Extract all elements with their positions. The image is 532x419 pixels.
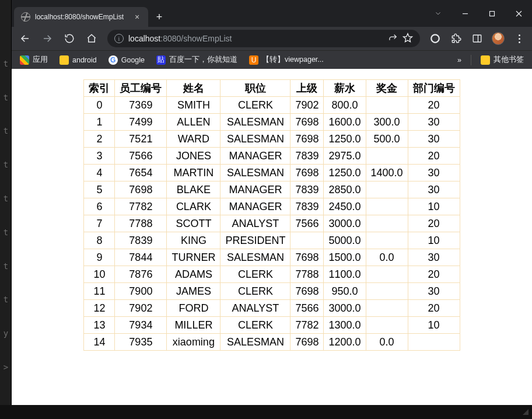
kebab-icon xyxy=(519,34,520,43)
table-cell: 7839 xyxy=(290,181,324,198)
table-cell xyxy=(290,232,324,249)
editor-gutter: tttttttty> xyxy=(0,0,12,419)
table-cell: 7902 xyxy=(115,300,167,317)
table-cell: 7839 xyxy=(290,148,324,165)
back-button[interactable] xyxy=(15,30,35,47)
table-cell xyxy=(366,148,408,165)
table-cell: BLAKE xyxy=(167,181,220,198)
table-cell: 2975.0 xyxy=(324,148,366,165)
table-cell: 1500.0 xyxy=(324,249,366,266)
forward-button[interactable] xyxy=(37,30,57,47)
table-cell: 0.0 xyxy=(366,334,408,351)
table-cell: 4 xyxy=(84,165,115,181)
minimize-button[interactable] xyxy=(452,4,478,23)
table-row: 107876ADAMSCLERK77881100.020 xyxy=(84,266,460,283)
column-header: 奖金 xyxy=(366,80,408,97)
close-icon[interactable]: × xyxy=(132,12,142,22)
table-cell: 6 xyxy=(84,198,115,215)
baidu-icon: 貼 xyxy=(156,55,166,65)
table-cell: 7876 xyxy=(115,266,167,283)
table-cell: xiaoming xyxy=(167,334,220,351)
table-cell xyxy=(366,181,408,198)
table-cell: KING xyxy=(167,232,220,249)
table-cell: 7566 xyxy=(290,215,324,232)
table-cell: 7782 xyxy=(290,317,324,334)
table-cell: 7369 xyxy=(115,97,167,114)
table-cell: CLERK xyxy=(220,283,290,300)
table-cell: 7566 xyxy=(290,300,324,317)
extensions-icon[interactable] xyxy=(447,30,466,47)
apps-icon xyxy=(20,55,29,65)
menu-button[interactable] xyxy=(510,30,528,47)
google-icon: G xyxy=(108,55,118,65)
table-cell: SALESMAN xyxy=(220,334,290,351)
table-cell: 30 xyxy=(408,114,460,131)
tab-search-button[interactable] xyxy=(425,4,452,23)
table-cell: 2 xyxy=(84,131,115,148)
bookmark-item[interactable]: GGoogle xyxy=(104,53,149,67)
bookmarks-overflow[interactable]: » xyxy=(453,56,466,64)
table-cell: FORD xyxy=(167,300,220,317)
table-cell: 7521 xyxy=(115,131,167,148)
side-panel-icon[interactable] xyxy=(468,30,487,47)
bookmark-label: android xyxy=(72,56,97,64)
reload-button[interactable] xyxy=(60,30,79,47)
table-cell: JONES xyxy=(167,148,220,165)
close-window-button[interactable] xyxy=(505,4,532,23)
table-cell: 7499 xyxy=(115,114,167,131)
window-controls xyxy=(425,0,532,27)
table-cell: 7698 xyxy=(290,283,324,300)
table-cell: CLERK xyxy=(220,97,290,114)
bookmark-item[interactable]: 貼百度一下，你就知道 xyxy=(152,53,242,67)
star-icon[interactable] xyxy=(402,33,413,45)
table-cell: 950.0 xyxy=(324,283,366,300)
stop-icon[interactable] xyxy=(426,30,444,47)
table-cell: PRESIDENT xyxy=(220,232,290,249)
globe-icon xyxy=(21,12,30,22)
table-cell: 5000.0 xyxy=(324,232,366,249)
home-button[interactable] xyxy=(82,30,102,47)
bookmark-label: Google xyxy=(121,56,145,64)
other-bookmarks[interactable]: 其他书签 xyxy=(476,53,528,67)
gutter-char: t xyxy=(4,261,8,271)
table-row: 117900JAMESCLERK7698950.030 xyxy=(84,283,460,300)
table-cell: 3000.0 xyxy=(324,300,366,317)
address-bar[interactable]: i localhost:8080/showEmpList xyxy=(107,30,420,47)
table-cell: ALLEN xyxy=(167,114,220,131)
browser-window: localhost:8080/showEmpList × + xyxy=(12,0,532,419)
new-tab-button[interactable]: + xyxy=(150,11,168,23)
taskbar-sliver xyxy=(0,405,532,419)
resize-grip-icon xyxy=(523,409,528,415)
table-cell: 30 xyxy=(408,131,460,148)
titlebar: localhost:8080/showEmpList × + xyxy=(12,0,532,27)
table-cell: 9 xyxy=(84,249,115,266)
table-cell xyxy=(366,317,408,334)
table-cell xyxy=(366,232,408,249)
url-text: localhost:8080/showEmpList xyxy=(128,34,383,43)
share-icon[interactable] xyxy=(388,33,398,44)
bookmark-item[interactable]: U【转】viewpager... xyxy=(244,53,328,67)
table-row: 97844TURNERSALESMAN76981500.00.030 xyxy=(84,249,460,266)
browser-tab[interactable]: localhost:8080/showEmpList × xyxy=(14,7,148,27)
table-row: 27521WARDSALESMAN76981250.0500.030 xyxy=(84,131,460,148)
table-row: 137934MILLERCLERK77821300.010 xyxy=(84,317,460,334)
table-cell: 20 xyxy=(408,266,460,283)
table-cell: 7788 xyxy=(115,215,167,232)
table-cell: SCOTT xyxy=(167,215,220,232)
column-header: 薪水 xyxy=(324,80,366,97)
profile-avatar[interactable] xyxy=(489,30,508,47)
table-cell xyxy=(366,97,408,114)
svg-rect-1 xyxy=(489,11,494,16)
table-header-row: 索引员工编号姓名职位上级薪水奖金部门编号 xyxy=(84,80,460,97)
bookmark-label: 百度一下，你就知道 xyxy=(169,55,237,65)
svg-point-7 xyxy=(431,34,439,43)
table-cell: 7839 xyxy=(115,232,167,249)
page-viewport[interactable]: 索引员工编号姓名职位上级薪水奖金部门编号 07369SMITHCLERK7902… xyxy=(12,69,532,419)
table-row: 67782CLARKMANAGER78392450.010 xyxy=(84,198,460,215)
maximize-button[interactable] xyxy=(478,4,505,23)
table-cell: 7698 xyxy=(290,249,324,266)
table-cell: 7698 xyxy=(290,165,324,181)
apps-shortcut[interactable]: 应用 xyxy=(15,53,52,67)
site-info-icon[interactable]: i xyxy=(114,34,124,43)
bookmark-item[interactable]: android xyxy=(55,53,102,67)
